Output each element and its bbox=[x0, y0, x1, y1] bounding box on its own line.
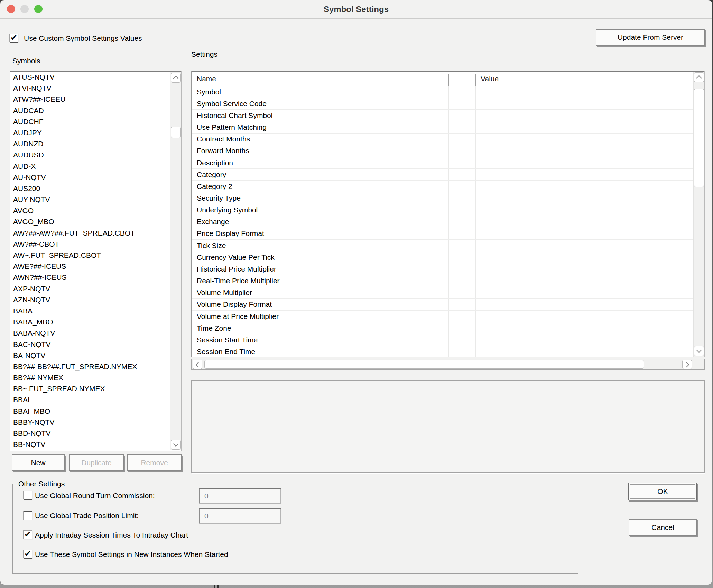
symbol-list-item[interactable]: AUDUSD bbox=[10, 149, 181, 160]
zoom-window-icon[interactable] bbox=[34, 5, 43, 13]
settings-row[interactable]: Session End Time bbox=[192, 346, 704, 357]
use-global-trade-position-limit-checkbox[interactable] bbox=[24, 511, 32, 520]
symbol-list-item[interactable]: AZN-NQTV bbox=[10, 294, 181, 305]
symbols-listbox[interactable]: ATUS-NQTVATVI-NQTVATW?##-ICEEUAUDCADAUDC… bbox=[10, 71, 182, 451]
symbol-list-item[interactable]: AVGO_MBO bbox=[10, 216, 181, 227]
settings-scroll-up-icon[interactable] bbox=[694, 72, 704, 82]
symbol-list-item[interactable]: AUDCAD bbox=[10, 105, 181, 116]
settings-row[interactable]: Security Type bbox=[192, 192, 704, 204]
symbol-list-item[interactable]: BABA_MBO bbox=[10, 316, 181, 328]
symbols-scroll-up-icon[interactable] bbox=[171, 73, 181, 83]
symbols-section-label: Symbols bbox=[12, 57, 40, 65]
apply-intraday-session-times-checkbox[interactable] bbox=[24, 531, 32, 539]
symbol-list-item[interactable]: AUDNZD bbox=[10, 138, 181, 149]
use-custom-symbol-settings-checkbox[interactable] bbox=[10, 34, 18, 43]
symbol-list-item[interactable]: ATW?##-ICEEU bbox=[10, 94, 181, 105]
symbol-list-item[interactable]: AVGO bbox=[10, 205, 181, 216]
settings-row[interactable]: Volume at Price Multiplier bbox=[192, 311, 704, 322]
settings-row[interactable]: Symbol bbox=[192, 86, 704, 98]
settings-row[interactable]: Category bbox=[192, 169, 704, 181]
symbol-list-item[interactable]: AUS200 bbox=[10, 183, 181, 194]
symbol-list-item[interactable]: AW~.FUT_SPREAD.CBOT bbox=[10, 250, 181, 261]
settings-section-label: Settings bbox=[191, 50, 217, 58]
settings-scroll-down-icon[interactable] bbox=[694, 346, 704, 356]
settings-table: Name Value SymbolSymbol Service CodeHist… bbox=[191, 71, 705, 357]
symbol-list-item[interactable]: ATUS-NQTV bbox=[10, 72, 181, 83]
background-window-edge bbox=[214, 585, 219, 588]
symbol-list-item[interactable]: BABA-NQTV bbox=[10, 328, 181, 339]
symbols-list-items: ATUS-NQTVATVI-NQTVATW?##-ICEEUAUDCADAUDC… bbox=[10, 72, 181, 450]
settings-row[interactable]: Volume Multiplier bbox=[192, 287, 704, 299]
global-round-turn-commission-field[interactable] bbox=[199, 488, 281, 504]
symbol-list-item[interactable]: BB-NQTV bbox=[10, 439, 181, 450]
symbol-list-item[interactable]: BB~.FUT_SPREAD.NYMEX bbox=[10, 383, 181, 394]
settings-row[interactable]: Contract Months bbox=[192, 134, 704, 145]
symbol-list-item[interactable]: AU-NQTV bbox=[10, 172, 181, 183]
symbol-list-item[interactable]: AUDJPY bbox=[10, 127, 181, 138]
use-global-round-turn-commission-checkbox[interactable] bbox=[24, 491, 32, 500]
symbol-list-item[interactable]: AWN?##-ICEUS bbox=[10, 272, 181, 283]
symbol-list-item[interactable]: BB?##-NYMEX bbox=[10, 372, 181, 383]
settings-rows: SymbolSymbol Service CodeHistorical Char… bbox=[192, 86, 704, 357]
settings-row[interactable]: Use Pattern Matching bbox=[192, 121, 704, 133]
symbol-list-item[interactable]: AUD-X bbox=[10, 161, 181, 172]
settings-row[interactable]: Description bbox=[192, 157, 704, 169]
symbols-scroll-down-icon[interactable] bbox=[171, 440, 181, 450]
symbols-scrollbar[interactable] bbox=[170, 72, 181, 450]
settings-scroll-right-icon[interactable] bbox=[682, 360, 692, 369]
new-symbol-button[interactable]: New bbox=[12, 454, 65, 471]
minimize-window-icon[interactable] bbox=[20, 5, 29, 13]
settings-horizontal-scrollbar[interactable] bbox=[191, 359, 705, 370]
symbol-list-item[interactable]: BBAI_MBO bbox=[10, 406, 181, 417]
symbol-list-item[interactable]: BBAI bbox=[10, 394, 181, 405]
settings-row[interactable]: Historical Price Multiplier bbox=[192, 263, 704, 275]
settings-row[interactable]: Category 2 bbox=[192, 181, 704, 192]
symbol-list-item[interactable]: AUDCHF bbox=[10, 116, 181, 127]
settings-row[interactable]: Real-Time Price Multiplier bbox=[192, 275, 704, 287]
apply-intraday-session-times-label: Apply Intraday Session Times To Intraday… bbox=[35, 531, 188, 539]
settings-row[interactable]: Symbol Service Code bbox=[192, 98, 704, 110]
settings-row[interactable]: Session Start Time bbox=[192, 334, 704, 346]
symbol-list-item[interactable]: BBD-NQTV bbox=[10, 428, 181, 439]
settings-row[interactable]: Historical Chart Symbol bbox=[192, 110, 704, 121]
other-settings-label: Other Settings bbox=[16, 480, 67, 488]
symbol-list-item[interactable]: AWE?##-ICEUS bbox=[10, 261, 181, 272]
settings-row[interactable]: Tick Size bbox=[192, 240, 704, 251]
symbol-list-item[interactable]: BA-NQTV bbox=[10, 350, 181, 361]
settings-row[interactable]: Underlying Symbol bbox=[192, 204, 704, 216]
symbol-list-item[interactable]: AW?##-CBOT bbox=[10, 239, 181, 250]
use-symbol-settings-new-instances-checkbox[interactable] bbox=[24, 550, 32, 559]
settings-hscroll-thumb[interactable] bbox=[204, 360, 644, 369]
symbol-list-item[interactable]: AW?##-AW?##.FUT_SPREAD.CBOT bbox=[10, 228, 181, 239]
global-trade-position-limit-field[interactable] bbox=[199, 508, 281, 524]
titlebar: Symbol Settings bbox=[0, 0, 712, 19]
settings-row[interactable]: Time Zone bbox=[192, 322, 704, 334]
symbol-list-item[interactable]: AXP-NQTV bbox=[10, 283, 181, 294]
symbol-list-item[interactable]: BAC-NQTV bbox=[10, 339, 181, 350]
symbol-list-item[interactable]: BB?##-BB?##.FUT_SPREAD.NYMEX bbox=[10, 361, 181, 372]
symbol-list-item[interactable]: BABA bbox=[10, 305, 181, 316]
close-window-icon[interactable] bbox=[7, 5, 15, 13]
symbol-list-item[interactable]: BBBY-NQTV bbox=[10, 417, 181, 428]
settings-row[interactable]: Price Display Format bbox=[192, 228, 704, 240]
window-title: Symbol Settings bbox=[0, 0, 712, 18]
column-header-value[interactable]: Value bbox=[481, 75, 499, 83]
settings-row[interactable]: Currency Value Per Tick bbox=[192, 251, 704, 263]
column-header-name[interactable]: Name bbox=[197, 75, 216, 83]
symbols-scroll-thumb[interactable] bbox=[171, 127, 181, 138]
settings-row[interactable]: Forward Months bbox=[192, 145, 704, 157]
settings-vscroll-thumb[interactable] bbox=[694, 89, 704, 187]
symbol-list-item[interactable]: ATVI-NQTV bbox=[10, 83, 181, 94]
symbol-list-item[interactable]: AUY-NQTV bbox=[10, 194, 181, 205]
setting-description-box bbox=[191, 380, 705, 473]
update-from-server-button[interactable]: Update From Server bbox=[596, 29, 705, 46]
settings-row[interactable]: Exchange bbox=[192, 216, 704, 228]
use-global-round-turn-commission-label: Use Global Round Turn Commission: bbox=[35, 491, 155, 500]
remove-symbol-button[interactable]: Remove bbox=[127, 454, 182, 471]
ok-button[interactable]: OK bbox=[628, 483, 697, 500]
settings-row[interactable]: Volume Display Format bbox=[192, 299, 704, 311]
cancel-button[interactable]: Cancel bbox=[629, 519, 697, 536]
settings-vertical-scrollbar[interactable] bbox=[693, 72, 704, 357]
settings-scroll-left-icon[interactable] bbox=[193, 360, 202, 369]
duplicate-symbol-button[interactable]: Duplicate bbox=[69, 454, 124, 471]
